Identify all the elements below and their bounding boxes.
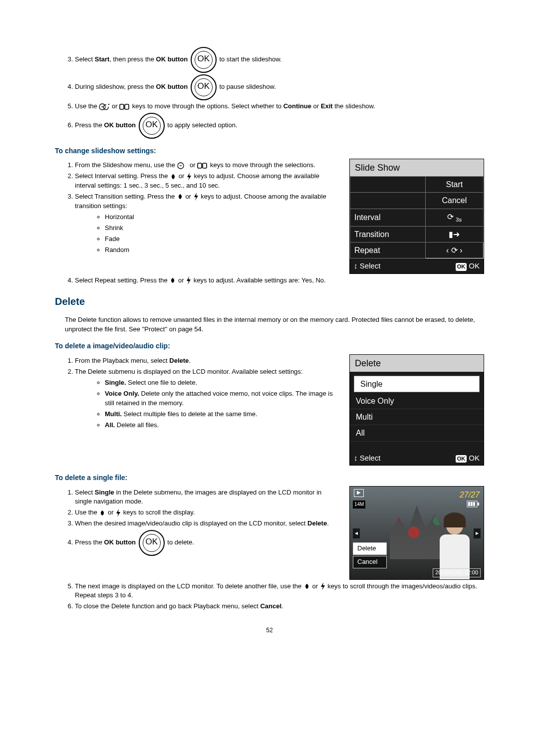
macro-up-icon: [169, 277, 176, 284]
ok-pill-icon: OK: [456, 263, 467, 271]
flash-down-icon: [186, 173, 192, 181]
repeat-icon: ‹ ⟳ ›: [425, 242, 483, 258]
playback-photo-lcd: ▶ 27/27 14M ◂ ▸ Delete Cancel 2010/01/01…: [349, 486, 484, 580]
heading-delete-single: To delete a single file:: [55, 473, 484, 483]
delete-options: Single. Select one file to delete. Voice…: [75, 378, 337, 430]
del2-step-1: Select Single in the Delete submenu, the…: [75, 488, 337, 507]
transition-shrink: Shrink: [105, 224, 337, 233]
lcd-cancel: Cancel: [425, 193, 483, 209]
menu-delete: Delete: [353, 542, 387, 555]
svg-rect-3: [125, 104, 129, 109]
nav-left-icon: ◂: [353, 528, 360, 538]
change-step-3: Select Transition setting. Press the or …: [75, 192, 337, 255]
transition-fade: Fade: [105, 235, 337, 244]
del2-step-3: When the desired image/video/audio clip …: [75, 519, 337, 528]
slideshow-steps-continued: Select Start, then press the OK button t…: [55, 47, 484, 139]
delete-single-steps: Select Single in the Delete submenu, the…: [55, 488, 337, 556]
macro-up-icon: [177, 193, 184, 200]
menu-cancel: Cancel: [353, 556, 387, 568]
delete-item-single: Single: [354, 376, 480, 392]
nav-right-icon: ▸: [474, 528, 481, 538]
zoom-in-icon: [197, 162, 208, 169]
delete-intro: The Delete function allows to remove unw…: [65, 315, 484, 334]
del1-step-2: The Delete submenu is displayed on the L…: [75, 367, 337, 430]
svg-rect-2: [120, 104, 124, 109]
svg-rect-10: [471, 502, 473, 506]
playback-icon: ▶: [354, 489, 364, 497]
ok-pill-icon: OK: [456, 455, 467, 463]
flash-down-icon: [193, 193, 199, 201]
step-3: Select Start, then press the OK button t…: [75, 47, 484, 73]
heading-delete-clip: To delete a image/video/audio clip:: [55, 341, 484, 351]
step-4: During slideshow, press the OK button to…: [75, 74, 484, 100]
ok-button-icon: [139, 530, 165, 556]
resolution-badge: 14M: [353, 501, 365, 509]
del2-step-6: To close the Delete function and go back…: [75, 602, 484, 611]
delete-item-multi: Multi: [350, 409, 484, 425]
change-step-2: Select Interval setting. Press the or ke…: [75, 172, 337, 191]
lcd-footer: ↕ Select OKOK: [350, 258, 484, 273]
svg-rect-11: [473, 502, 475, 506]
change-slideshow-steps: From the Slideshow menu, use the or keys…: [55, 161, 337, 255]
change-step-4: Select Repeat setting. Press the or keys…: [75, 276, 484, 285]
ok-button-icon: [191, 47, 217, 73]
photo-counter: 27/27: [460, 489, 480, 501]
change-step-4-list: Select Repeat setting. Press the or keys…: [55, 276, 484, 285]
delete-confirm-menu: Delete Cancel: [353, 541, 387, 568]
lcd-title: Delete: [350, 355, 484, 372]
page: Select Start, then press the OK button t…: [0, 0, 539, 655]
macro-up-icon: [99, 509, 106, 516]
transition-icon: ▮➜: [425, 226, 483, 242]
change-step-1: From the Slideshow menu, use the or keys…: [75, 161, 337, 170]
delete-single-steps-cont: The next image is displayed on the LCD m…: [55, 582, 484, 612]
delete-item-voice: Voice Only: [350, 393, 484, 409]
transition-options: Horizontal Shrink Fade Random: [75, 213, 337, 254]
heading-change-slideshow: To change slideshow settings:: [55, 146, 484, 156]
delete-clip-steps: From the Playback menu, select Delete. T…: [55, 356, 337, 430]
macro-up-icon: [170, 173, 177, 180]
svg-rect-9: [468, 502, 470, 506]
flash-down-icon: [115, 509, 121, 517]
step-5: Use the or keys to move through the opti…: [75, 102, 484, 111]
lcd-table: Start Cancel Interval⟳ 3s Transition▮➜ R…: [350, 176, 484, 258]
macro-up-icon: [303, 583, 310, 590]
delete-item-all: All: [350, 425, 484, 441]
photo-timestamp: 2010/01/01 12:00: [433, 568, 481, 577]
heading-delete: Delete: [55, 294, 484, 309]
ok-button-icon: [191, 74, 217, 100]
interval-icon: ⟳: [447, 213, 454, 221]
delete-lcd: Delete Single Voice Only Multi All ↕ Sel…: [349, 354, 484, 466]
del2-step-4: Press the OK button to delete.: [75, 530, 337, 556]
battery-icon: [467, 501, 480, 510]
zoom-out-icon: [177, 162, 188, 169]
del2-step-5: The next image is displayed on the LCD m…: [75, 582, 484, 601]
del1-step-1: From the Playback menu, select Delete.: [75, 356, 337, 366]
transition-horizontal: Horizontal: [105, 213, 337, 222]
lcd-row-interval: Interval: [350, 209, 426, 226]
flash-down-icon: [320, 582, 326, 590]
flash-down-icon: [186, 276, 192, 284]
slideshow-lcd: Slide Show Start Cancel Interval⟳ 3s Tra…: [349, 159, 484, 274]
svg-rect-7: [203, 163, 207, 168]
ok-button-icon: [139, 113, 165, 139]
zoom-in-icon: [119, 103, 130, 110]
page-number: 52: [55, 626, 484, 635]
lcd-row-transition: Transition: [350, 226, 426, 242]
svg-rect-6: [198, 163, 202, 168]
lcd-row-repeat: Repeat: [350, 242, 426, 258]
del2-step-2: Use the or keys to scroll the display.: [75, 508, 337, 517]
lcd-start: Start: [425, 177, 483, 193]
transition-random: Random: [105, 246, 337, 255]
svg-rect-12: [478, 503, 479, 505]
step-6: Press the OK button to apply selected op…: [75, 113, 484, 139]
lcd-footer: ↕ Select OKOK: [350, 451, 484, 466]
lcd-title: Slide Show: [350, 159, 484, 176]
zoom-out-icon: [99, 103, 110, 110]
